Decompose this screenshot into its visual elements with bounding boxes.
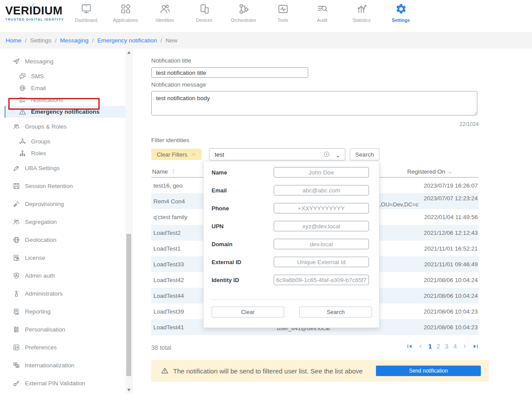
row-name: LoadTest2 bbox=[153, 225, 181, 241]
sidebar-item[interactable]: Roles bbox=[0, 147, 125, 159]
audit-icon bbox=[316, 3, 328, 15]
sidebar-item[interactable]: UBA Settings bbox=[0, 162, 125, 174]
pagination-page[interactable]: 1 bbox=[428, 343, 432, 350]
sidebar-scrollbar[interactable] bbox=[125, 49, 132, 394]
row-name: q'ctest family bbox=[153, 209, 188, 225]
sidebar-item[interactable]: Groups bbox=[0, 136, 125, 147]
scrollbar-up-button[interactable] bbox=[125, 49, 132, 56]
sidebar-item-label: Reporting bbox=[25, 308, 51, 315]
settings-icon bbox=[395, 3, 407, 15]
group-circle-icon bbox=[19, 138, 26, 145]
filter-field: Domain bbox=[212, 239, 371, 249]
sidebar-item-label: Email bbox=[31, 85, 46, 91]
users-icon bbox=[13, 123, 20, 130]
nav-item[interactable]: Dashboard bbox=[66, 3, 106, 23]
pagination-last-icon[interactable] bbox=[473, 343, 479, 349]
char-counter: 22/1024 bbox=[151, 121, 479, 127]
panel-clear-button[interactable]: Clear bbox=[212, 307, 284, 317]
sidebar-item[interactable]: Administrators bbox=[0, 288, 125, 300]
sidebar-item[interactable]: Segregation bbox=[0, 216, 125, 228]
pagination-page[interactable]: 2 bbox=[437, 343, 440, 350]
breadcrumb-item[interactable]: Messaging bbox=[60, 37, 97, 44]
filter-field-input[interactable] bbox=[274, 203, 369, 213]
panel-search-button[interactable]: Search bbox=[299, 307, 372, 317]
filter-field-label: Domain bbox=[212, 241, 274, 248]
pagination-next-icon[interactable] bbox=[462, 343, 468, 349]
sidebar-item[interactable]: Geolocation bbox=[0, 234, 125, 246]
filter-field-input[interactable] bbox=[274, 239, 369, 249]
column-header-registered-on[interactable]: Registered On bbox=[393, 168, 467, 175]
breadcrumb-item[interactable]: Home bbox=[6, 37, 30, 44]
sidebar-item[interactable]: License bbox=[0, 252, 125, 264]
nav-item[interactable]: Tools bbox=[263, 3, 303, 23]
sidebar-item[interactable]: Emergency notifications bbox=[4, 106, 125, 118]
warning-icon bbox=[161, 367, 169, 374]
filter-field-input[interactable] bbox=[274, 275, 369, 285]
warning-triangle-icon bbox=[19, 108, 26, 115]
notification-message-textarea[interactable]: test notification body bbox=[151, 91, 477, 115]
clear-filters-chip[interactable]: Clear Filters bbox=[151, 149, 202, 160]
sidebar-item[interactable]: Deprovisioning bbox=[0, 198, 125, 210]
nav-item[interactable]: Orchestrator bbox=[224, 3, 263, 23]
warning-banner: The notification will be send to filtere… bbox=[151, 360, 489, 382]
filter-identities-label: Filter identities bbox=[151, 137, 189, 143]
breadcrumb-item[interactable]: Settings bbox=[30, 37, 60, 44]
row-registered-on: 2021/08/06 10:04:24 bbox=[424, 288, 478, 303]
sidebar-item[interactable]: Notifications bbox=[0, 94, 125, 106]
notification-title-input[interactable] bbox=[151, 67, 308, 78]
sidebar-item[interactable]: Reporting bbox=[0, 306, 125, 317]
nav-item[interactable]: Applications bbox=[106, 3, 145, 23]
filter-fields: Name Email Phone UPN bbox=[212, 167, 371, 285]
nav-item[interactable]: Identities bbox=[145, 3, 184, 23]
breadcrumb-item[interactable]: New bbox=[166, 37, 184, 44]
row-name: LoadTest41 bbox=[153, 319, 184, 335]
filter-field-label: Phone bbox=[212, 205, 274, 212]
users-icon bbox=[13, 218, 20, 226]
sidebar-item[interactable]: Groups & Roles bbox=[0, 121, 125, 132]
search-button[interactable]: Search bbox=[350, 148, 379, 160]
nav-item[interactable]: Settings bbox=[381, 3, 421, 23]
send-notification-button[interactable]: Send notification bbox=[376, 366, 481, 376]
column-header-name[interactable]: Name bbox=[152, 168, 176, 175]
scrollbar-thumb[interactable] bbox=[126, 234, 131, 376]
sort-icon[interactable] bbox=[170, 169, 176, 174]
filter-field-input[interactable] bbox=[274, 185, 369, 195]
filter-field-label: Email bbox=[212, 187, 274, 194]
scrollbar-down-icon bbox=[127, 389, 131, 391]
sidebar-item[interactable]: Session Retention bbox=[0, 180, 125, 192]
nav-item-label: Settings bbox=[392, 17, 410, 23]
filter-field-input[interactable] bbox=[274, 221, 369, 231]
sidebar-item[interactable]: SMS bbox=[0, 70, 125, 82]
sidebar-item[interactable]: External PIN Validation bbox=[0, 377, 125, 389]
breadcrumb-item[interactable]: Emergency notification bbox=[97, 37, 165, 44]
chevron-down-icon[interactable] bbox=[448, 170, 452, 174]
pagination-page[interactable]: 4 bbox=[453, 343, 457, 350]
sidebar-item-label: Notifications bbox=[31, 97, 63, 103]
filter-field-input[interactable] bbox=[274, 167, 369, 178]
pagination-page[interactable]: 3 bbox=[445, 343, 449, 350]
sidebar-item[interactable]: Admin auth bbox=[0, 270, 125, 282]
sidebar-item-label: Roles bbox=[31, 150, 46, 157]
brand-logo[interactable]: VERIDIUM TRUSTED DIGITAL IDENTITY bbox=[5, 5, 66, 21]
at-sign-icon bbox=[19, 84, 26, 92]
filter-field-input[interactable] bbox=[274, 257, 369, 267]
warning-text: The notification will be send to filtere… bbox=[173, 360, 363, 382]
caret-down-icon[interactable] bbox=[336, 153, 340, 157]
chip-close-icon[interactable] bbox=[191, 152, 196, 157]
scrollbar-down-button[interactable] bbox=[125, 387, 132, 393]
nav-item[interactable]: Statistics bbox=[342, 3, 381, 23]
sidebar-item[interactable]: Internationalization bbox=[0, 359, 125, 371]
sidebar-item[interactable]: Preferences bbox=[0, 342, 125, 353]
nav-item[interactable]: Devices bbox=[184, 3, 224, 23]
top-header: VERIDIUM TRUSTED DIGITAL IDENTITY Dashbo… bbox=[0, 0, 532, 32]
sidebar-item[interactable]: Messaging bbox=[0, 56, 125, 67]
row-name: test16, geo bbox=[153, 178, 183, 193]
nav-item[interactable]: Audit bbox=[303, 3, 342, 23]
clear-circle-icon[interactable] bbox=[323, 151, 330, 158]
pagination-first-icon[interactable] bbox=[407, 343, 413, 349]
sidebar-item[interactable]: Email bbox=[0, 82, 125, 94]
sidebar-item[interactable]: Personalisation bbox=[0, 324, 125, 335]
row-registered-on: 2023/07/07 12:23:24 bbox=[424, 193, 478, 209]
pagination-prev-icon[interactable] bbox=[417, 343, 424, 349]
notification-title-label: Notification title bbox=[151, 57, 191, 64]
